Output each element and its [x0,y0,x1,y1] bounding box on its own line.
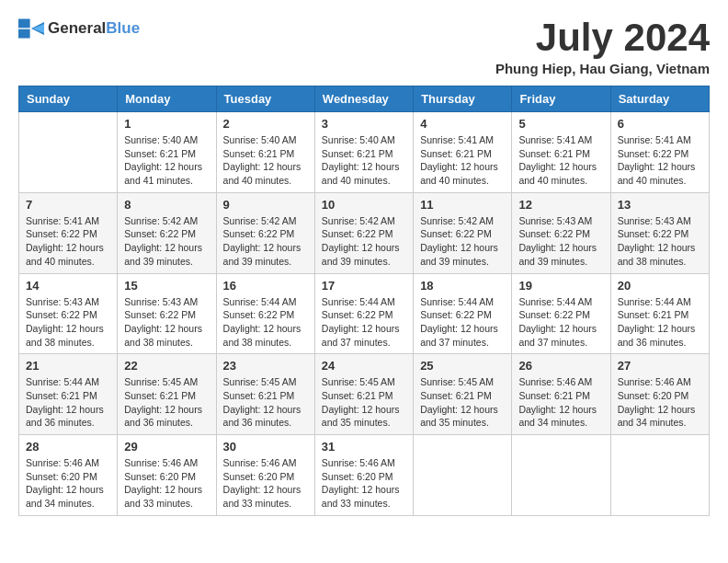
day-number: 18 [420,279,505,293]
table-row: 1Sunrise: 5:40 AM Sunset: 6:21 PM Daylig… [118,112,216,193]
day-number: 24 [322,359,406,373]
col-monday: Monday [118,86,216,112]
table-row: 2Sunrise: 5:40 AM Sunset: 6:21 PM Daylig… [216,112,314,193]
day-info: Sunrise: 5:44 AM Sunset: 6:22 PM Dayligh… [322,295,406,350]
table-row: 26Sunrise: 5:46 AM Sunset: 6:21 PM Dayli… [512,354,610,435]
day-number: 10 [322,198,406,212]
table-row: 28Sunrise: 5:46 AM Sunset: 6:20 PM Dayli… [19,435,118,516]
table-row: 15Sunrise: 5:43 AM Sunset: 6:22 PM Dayli… [118,273,216,354]
table-row: 9Sunrise: 5:42 AM Sunset: 6:22 PM Daylig… [216,192,314,273]
day-number: 28 [26,440,110,454]
logo-text: GeneralBlue [48,19,140,38]
week-row-4: 21Sunrise: 5:44 AM Sunset: 6:21 PM Dayli… [19,354,710,435]
day-info: Sunrise: 5:44 AM Sunset: 6:21 PM Dayligh… [26,375,110,430]
day-number: 7 [26,198,110,212]
week-row-1: 1Sunrise: 5:40 AM Sunset: 6:21 PM Daylig… [19,112,710,193]
table-row: 6Sunrise: 5:41 AM Sunset: 6:22 PM Daylig… [610,112,709,193]
day-info: Sunrise: 5:44 AM Sunset: 6:22 PM Dayligh… [518,295,603,350]
day-info: Sunrise: 5:45 AM Sunset: 6:21 PM Dayligh… [420,375,505,430]
week-row-3: 14Sunrise: 5:43 AM Sunset: 6:22 PM Dayli… [19,273,710,354]
day-number: 30 [223,440,308,454]
day-info: Sunrise: 5:46 AM Sunset: 6:21 PM Dayligh… [518,375,603,430]
table-row: 3Sunrise: 5:40 AM Sunset: 6:21 PM Daylig… [314,112,413,193]
col-wednesday: Wednesday [314,86,413,112]
day-info: Sunrise: 5:41 AM Sunset: 6:21 PM Dayligh… [420,133,505,188]
table-row: 21Sunrise: 5:44 AM Sunset: 6:21 PM Dayli… [19,354,118,435]
day-number: 2 [223,117,308,131]
table-row [512,435,610,516]
table-row: 8Sunrise: 5:42 AM Sunset: 6:22 PM Daylig… [118,192,216,273]
day-number: 22 [124,359,209,373]
day-info: Sunrise: 5:44 AM Sunset: 6:21 PM Dayligh… [618,295,702,350]
table-row: 19Sunrise: 5:44 AM Sunset: 6:22 PM Dayli… [512,273,610,354]
day-number: 3 [322,117,406,131]
day-info: Sunrise: 5:43 AM Sunset: 6:22 PM Dayligh… [518,214,603,269]
day-number: 11 [420,198,505,212]
day-number: 8 [124,198,209,212]
day-info: Sunrise: 5:46 AM Sunset: 6:20 PM Dayligh… [26,456,110,511]
day-info: Sunrise: 5:44 AM Sunset: 6:22 PM Dayligh… [420,295,505,350]
table-row: 29Sunrise: 5:46 AM Sunset: 6:20 PM Dayli… [118,435,216,516]
day-info: Sunrise: 5:46 AM Sunset: 6:20 PM Dayligh… [618,375,702,430]
day-number: 12 [518,198,603,212]
day-number: 20 [618,279,702,293]
day-info: Sunrise: 5:45 AM Sunset: 6:21 PM Dayligh… [223,375,308,430]
day-info: Sunrise: 5:41 AM Sunset: 6:21 PM Dayligh… [518,133,603,188]
day-info: Sunrise: 5:43 AM Sunset: 6:22 PM Dayligh… [124,295,209,350]
table-row: 13Sunrise: 5:43 AM Sunset: 6:22 PM Dayli… [610,192,709,273]
logo-icon [18,18,44,39]
day-number: 14 [26,279,110,293]
day-info: Sunrise: 5:43 AM Sunset: 6:22 PM Dayligh… [26,295,110,350]
day-number: 1 [124,117,209,131]
day-info: Sunrise: 5:46 AM Sunset: 6:20 PM Dayligh… [124,456,209,511]
day-number: 31 [322,440,406,454]
day-info: Sunrise: 5:44 AM Sunset: 6:22 PM Dayligh… [223,295,308,350]
day-info: Sunrise: 5:40 AM Sunset: 6:21 PM Dayligh… [223,133,308,188]
table-row: 31Sunrise: 5:46 AM Sunset: 6:20 PM Dayli… [314,435,413,516]
table-row: 4Sunrise: 5:41 AM Sunset: 6:21 PM Daylig… [414,112,512,193]
day-number: 21 [26,359,110,373]
day-number: 13 [618,198,702,212]
calendar-header-row: Sunday Monday Tuesday Wednesday Thursday… [19,86,710,112]
day-number: 19 [518,279,603,293]
table-row: 14Sunrise: 5:43 AM Sunset: 6:22 PM Dayli… [19,273,118,354]
day-number: 23 [223,359,308,373]
day-info: Sunrise: 5:46 AM Sunset: 6:20 PM Dayligh… [223,456,308,511]
table-row: 5Sunrise: 5:41 AM Sunset: 6:21 PM Daylig… [512,112,610,193]
day-number: 4 [420,117,505,131]
month-title: July 2024 [495,18,710,57]
table-row [414,435,512,516]
col-sunday: Sunday [19,86,118,112]
day-number: 29 [124,440,209,454]
day-info: Sunrise: 5:42 AM Sunset: 6:22 PM Dayligh… [420,214,505,269]
table-row: 10Sunrise: 5:42 AM Sunset: 6:22 PM Dayli… [314,192,413,273]
col-saturday: Saturday [610,86,709,112]
table-row: 12Sunrise: 5:43 AM Sunset: 6:22 PM Dayli… [512,192,610,273]
day-info: Sunrise: 5:41 AM Sunset: 6:22 PM Dayligh… [26,214,110,269]
day-number: 26 [518,359,603,373]
col-thursday: Thursday [414,86,512,112]
location-subtitle: Phung Hiep, Hau Giang, Vietnam [495,61,710,76]
day-number: 27 [618,359,702,373]
table-row: 17Sunrise: 5:44 AM Sunset: 6:22 PM Dayli… [314,273,413,354]
day-number: 15 [124,279,209,293]
title-area: July 2024 Phung Hiep, Hau Giang, Vietnam [495,18,710,76]
table-row: 24Sunrise: 5:45 AM Sunset: 6:21 PM Dayli… [314,354,413,435]
svg-rect-0 [18,19,30,29]
day-number: 9 [223,198,308,212]
svg-rect-1 [18,29,30,39]
week-row-5: 28Sunrise: 5:46 AM Sunset: 6:20 PM Dayli… [19,435,710,516]
table-row: 18Sunrise: 5:44 AM Sunset: 6:22 PM Dayli… [414,273,512,354]
day-info: Sunrise: 5:40 AM Sunset: 6:21 PM Dayligh… [124,133,209,188]
table-row: 23Sunrise: 5:45 AM Sunset: 6:21 PM Dayli… [216,354,314,435]
day-info: Sunrise: 5:41 AM Sunset: 6:22 PM Dayligh… [618,133,702,188]
day-info: Sunrise: 5:45 AM Sunset: 6:21 PM Dayligh… [124,375,209,430]
table-row: 20Sunrise: 5:44 AM Sunset: 6:21 PM Dayli… [610,273,709,354]
logo-blue: Blue [106,19,140,37]
calendar-table: Sunday Monday Tuesday Wednesday Thursday… [18,86,710,516]
day-info: Sunrise: 5:45 AM Sunset: 6:21 PM Dayligh… [322,375,406,430]
day-info: Sunrise: 5:42 AM Sunset: 6:22 PM Dayligh… [124,214,209,269]
day-info: Sunrise: 5:46 AM Sunset: 6:20 PM Dayligh… [322,456,406,511]
day-info: Sunrise: 5:43 AM Sunset: 6:22 PM Dayligh… [618,214,702,269]
week-row-2: 7Sunrise: 5:41 AM Sunset: 6:22 PM Daylig… [19,192,710,273]
